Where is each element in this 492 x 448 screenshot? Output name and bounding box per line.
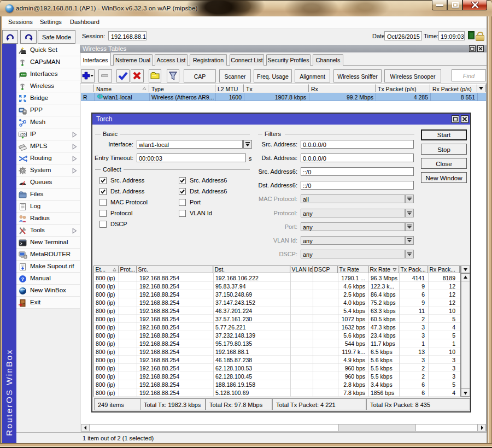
svg-text:?: ? [21,276,25,282]
svg-text:255: 255 [20,132,26,136]
